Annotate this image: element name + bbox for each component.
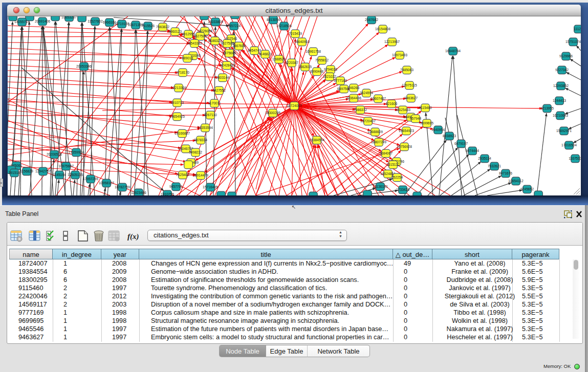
svg-text:1145194: 1145194 [53,173,66,177]
svg-text:11527602: 11527602 [88,19,103,23]
svg-text:17957255: 17957255 [83,177,98,181]
svg-text:12213967: 12213967 [384,40,400,43]
svg-text:10975667: 10975667 [58,164,74,168]
svg-text:18807249: 18807249 [371,140,386,144]
svg-text:16154808: 16154808 [375,27,390,31]
svg-text:957944: 957944 [410,117,422,120]
svg-text:391514: 391514 [9,171,20,174]
svg-text:10607487: 10607487 [371,97,386,100]
svg-text:8267110: 8267110 [204,113,217,117]
svg-text:7663822: 7663822 [156,25,169,29]
svg-text:11923446: 11923446 [131,191,146,194]
svg-text:8960123: 8960123 [168,30,182,33]
svg-text:19756928: 19756928 [397,145,412,148]
svg-text:14055714: 14055714 [14,20,30,24]
svg-text:3624554: 3624554 [360,91,373,95]
svg-text:19218506: 19218506 [276,24,292,28]
svg-text:2867608: 2867608 [232,44,246,48]
svg-text:16210643: 16210643 [553,114,568,117]
svg-text:12213369: 12213369 [171,86,186,90]
svg-text:2087682: 2087682 [365,18,378,21]
svg-text:1588520: 1588520 [272,57,286,61]
svg-text:f(x): f(x) [127,232,139,241]
svg-text:8454749: 8454749 [248,49,261,52]
svg-text:7632621: 7632621 [488,164,501,168]
svg-text:12942757: 12942757 [35,169,51,173]
svg-text:7015419: 7015419 [289,32,302,35]
svg-text:16782759: 16782759 [115,185,130,189]
svg-text:10654112: 10654112 [508,179,524,183]
svg-text:9245652: 9245652 [520,187,534,191]
svg-text:7485063: 7485063 [400,68,413,72]
svg-text:15136141: 15136141 [373,185,388,188]
svg-text:9227342: 9227342 [555,68,569,72]
svg-text:1156829: 1156829 [20,169,33,173]
svg-text:18640910: 18640910 [294,40,310,43]
svg-text:1170011: 1170011 [208,101,221,105]
svg-text:12975115: 12975115 [402,83,417,87]
svg-text:20053346: 20053346 [76,64,92,68]
svg-text:621606: 621606 [386,102,398,105]
svg-text:9327506: 9327506 [193,34,207,38]
svg-text:16648784: 16648784 [445,49,461,53]
svg-text:252254: 252254 [391,176,403,179]
svg-text:8990448: 8990448 [310,70,323,73]
svg-text:1640954: 1640954 [431,128,445,132]
svg-text:9794028: 9794028 [324,68,337,71]
svg-text:12505135: 12505135 [68,173,83,177]
svg-text:7955812: 7955812 [315,58,329,62]
svg-text:19654925: 19654925 [169,115,185,118]
svg-text:8938923: 8938923 [443,134,456,138]
svg-text:15716485: 15716485 [203,185,218,189]
svg-text:8220387: 8220387 [285,61,298,64]
svg-text:3684067: 3684067 [379,151,393,155]
svg-text:20206516: 20206516 [47,152,62,156]
svg-text:2718170: 2718170 [176,71,189,74]
svg-text:19166827: 19166827 [175,132,190,135]
svg-text:18724007: 18724007 [287,104,302,107]
svg-text:7515526: 7515526 [141,24,155,28]
svg-text:9699695: 9699695 [420,121,433,125]
svg-text:1362615: 1362615 [298,65,312,69]
svg-text:7625402: 7625402 [176,173,189,177]
svg-text:20691406: 20691406 [35,19,50,23]
svg-text:9474444: 9474444 [466,149,479,152]
svg-text:16961758: 16961758 [306,50,321,53]
svg-text:10973493: 10973493 [392,53,407,57]
svg-text:19654923: 19654923 [399,129,414,133]
svg-text:10958107: 10958107 [99,181,114,185]
svg-text:10688609: 10688609 [367,130,383,134]
svg-text:12093852: 12093852 [553,84,569,87]
svg-text:19384554: 19384554 [309,138,324,142]
svg-text:3498222: 3498222 [189,150,202,154]
svg-text:10653287: 10653287 [61,16,77,19]
svg-text:9129966: 9129966 [559,54,573,58]
svg-text:8186323: 8186323 [208,39,222,42]
svg-text:15720407: 15720407 [360,119,376,123]
svg-text:6479197: 6479197 [454,142,468,145]
svg-text:1615132: 1615132 [386,163,400,166]
svg-text:16543382: 16543382 [187,41,202,45]
svg-text:9457791: 9457791 [169,185,183,188]
svg-text:15692971: 15692971 [556,129,572,133]
svg-text:17016504: 17016504 [561,143,577,147]
svg-text:1910713: 1910713 [170,101,184,104]
svg-text:1167533: 1167533 [569,157,581,160]
svg-text:8813054: 8813054 [267,18,280,21]
svg-text:11123: 11123 [574,27,581,31]
svg-text:1621022: 1621022 [323,75,336,78]
svg-text:9115460: 9115460 [419,106,432,110]
svg-text:7986372: 7986372 [354,108,367,112]
svg-text:10025433: 10025433 [395,108,410,112]
svg-text:8213955: 8213955 [540,106,554,110]
svg-text:989013: 989013 [182,56,193,60]
svg-text:3875685: 3875685 [223,51,236,55]
svg-text:2935114: 2935114 [478,157,491,160]
svg-text:746266: 746266 [348,86,360,90]
svg-text:7357224: 7357224 [227,24,241,28]
svg-text:18300295: 18300295 [265,111,280,115]
svg-text:1910755: 1910755 [161,192,174,195]
svg-text:9242848: 9242848 [220,63,233,67]
svg-text:10719155: 10719155 [114,22,129,26]
svg-text:8427552: 8427552 [212,89,226,92]
